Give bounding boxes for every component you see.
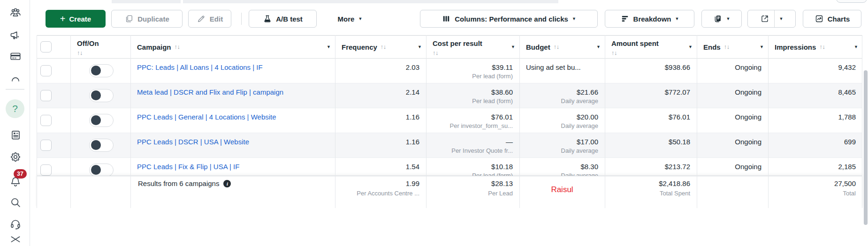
columns-button[interactable]: Columns: Performance and clicks <box>420 10 598 28</box>
sort-icon[interactable]: ↑↓ <box>724 43 730 51</box>
chevron-down-icon[interactable] <box>327 45 331 49</box>
chevron-down-icon[interactable] <box>760 45 764 49</box>
results-summary: Results from 6 campaigns <box>37 179 335 208</box>
sort-icon[interactable]: ↑↓ <box>554 43 559 51</box>
select-all-checkbox[interactable] <box>40 41 52 52</box>
table-row: PPC: Leads | All Loans | 4 Locations | I… <box>37 59 862 83</box>
footer-budget-cell: Raisul <box>519 179 605 208</box>
megaphone-icon[interactable] <box>9 29 22 41</box>
ends-cell: Ongoing <box>697 108 768 133</box>
row-checkbox[interactable] <box>40 90 52 101</box>
button-divider <box>774 10 775 27</box>
header-amount-spent[interactable]: Amount spent ↑↓ <box>605 36 697 58</box>
arc-icon[interactable] <box>9 73 22 85</box>
campaign-off-on-toggle[interactable] <box>89 139 114 152</box>
footer-cost-cell: $28.13 Per Lead <box>426 179 519 208</box>
sort-icon[interactable]: ↑↓ <box>77 49 83 56</box>
frequency-cell: 2.03 <box>335 59 426 83</box>
row-checkbox[interactable] <box>40 140 52 151</box>
search-icon[interactable] <box>9 196 22 209</box>
chevron-down-icon[interactable] <box>688 45 693 49</box>
sort-icon[interactable]: ↑↓ <box>819 43 825 51</box>
amount-spent-cell: $76.01 <box>605 108 697 133</box>
campaign-off-on-toggle[interactable] <box>89 64 114 77</box>
sidebar: ? 37 <box>0 0 30 246</box>
row-checkbox[interactable] <box>40 65 52 76</box>
chevron-down-icon[interactable] <box>779 17 784 21</box>
amount-spent-cell: $772.07 <box>605 83 697 108</box>
breakdown-button[interactable]: Breakdown <box>605 10 694 28</box>
campaign-link[interactable]: PPC Leads | DSCR | USA | Website <box>137 138 249 146</box>
header-budget[interactable]: Budget ↑↓ <box>519 36 605 58</box>
header-impressions[interactable]: Impressions ↑↓ <box>768 36 862 58</box>
amount-spent-cell: $938.66 <box>605 59 697 83</box>
chevron-down-icon <box>726 17 731 21</box>
table-row: PPC Leads | DSCR | USA | Website 1.16 —P… <box>37 133 862 158</box>
table-row: PPC Leads | General | 4 Locations | Webs… <box>37 108 862 133</box>
chevron-down-icon[interactable] <box>854 45 858 49</box>
vertical-scrollbar[interactable] <box>864 70 868 225</box>
chevron-down-icon <box>358 17 362 21</box>
row-select-cell <box>37 108 70 133</box>
help-glyph: ? <box>12 103 18 114</box>
header-campaign[interactable]: Campaign ↑↓ <box>130 36 335 58</box>
chevron-down-icon <box>675 17 679 21</box>
row-checkbox[interactable] <box>40 115 52 126</box>
ads-manager-page: ? 37 + Create Duplicate Edit <box>0 0 868 246</box>
chevron-down-icon[interactable] <box>511 45 515 49</box>
campaign-off-on-toggle[interactable] <box>89 114 114 127</box>
columns-icon <box>442 14 451 23</box>
more-label: More <box>338 15 355 23</box>
header-off-on[interactable]: Off/On ↑↓ <box>70 36 130 58</box>
reports-button[interactable] <box>701 10 742 28</box>
cut-icon[interactable] <box>9 235 22 246</box>
chevron-down-icon[interactable] <box>596 45 601 49</box>
export-icon <box>760 14 769 23</box>
footer-ends-cell <box>697 179 768 208</box>
sort-icon[interactable]: ↑↓ <box>611 49 617 56</box>
help-icon[interactable]: ? <box>6 99 24 118</box>
support-headset-icon[interactable] <box>9 218 22 230</box>
chevron-down-icon[interactable] <box>418 45 422 49</box>
header-cost-per-result[interactable]: Cost per result ↑↓ <box>426 36 519 58</box>
cost-cell: $76.01Per investor_form_su... <box>426 108 519 133</box>
tab-remnant <box>183 0 558 3</box>
frequency-cell: 1.16 <box>335 108 426 133</box>
sort-icon[interactable]: ↑↓ <box>175 43 180 51</box>
sort-icon[interactable]: ↑↓ <box>381 43 386 51</box>
campaign-link[interactable]: PPC: Leads | All Loans | 4 Locations | I… <box>137 63 263 71</box>
header-ends[interactable]: Ends ↑↓ <box>697 36 768 58</box>
footer-frequency-cell: 1.99 Per Accounts Centre ... <box>335 179 426 208</box>
row-select-cell <box>37 133 70 157</box>
more-button[interactable]: More <box>331 10 369 28</box>
billing-card-icon[interactable] <box>9 50 22 62</box>
tab-remnant <box>112 0 181 3</box>
ends-cell: Ongoing <box>697 133 768 157</box>
campaign-link[interactable]: Meta lead | DSCR and Flix and Flip | cam… <box>137 88 283 96</box>
campaign-link[interactable]: PPC Leads | General | 4 Locations | Webs… <box>137 113 276 121</box>
campaign-off-on-toggle[interactable] <box>89 164 114 177</box>
export-split-button[interactable] <box>747 10 796 28</box>
info-icon[interactable] <box>223 180 231 187</box>
edit-button[interactable]: Edit <box>188 10 231 28</box>
breakdown-label: Breakdown <box>633 15 671 23</box>
create-button[interactable]: + Create <box>46 10 106 28</box>
campaign-link[interactable]: PPC Leads | Fix & Flip | USA | IF <box>137 163 239 171</box>
pencil-icon <box>197 14 206 23</box>
header-frequency[interactable]: Frequency ↑↓ <box>335 36 426 58</box>
duplicate-button[interactable]: Duplicate <box>111 10 183 28</box>
budget-cell: $21.66Daily average <box>519 83 605 108</box>
ab-test-button[interactable]: A/B test <box>249 10 317 28</box>
charts-button[interactable]: Charts <box>803 10 861 28</box>
impressions-cell: 9,432 <box>768 59 862 83</box>
campaign-off-on-toggle[interactable] <box>89 89 114 102</box>
frequency-cell: 1.16 <box>335 133 426 157</box>
notification-badge[interactable]: 37 <box>14 169 27 179</box>
row-checkbox[interactable] <box>40 164 52 176</box>
footer-amount-cell: $2,418.86 Total Spent <box>605 179 697 208</box>
duplicate-label: Duplicate <box>137 15 169 23</box>
settings-gear-icon[interactable] <box>9 151 22 163</box>
sort-icon[interactable]: ↑↓ <box>433 49 438 56</box>
invoices-icon[interactable] <box>9 129 22 141</box>
people-icon[interactable] <box>9 7 22 19</box>
